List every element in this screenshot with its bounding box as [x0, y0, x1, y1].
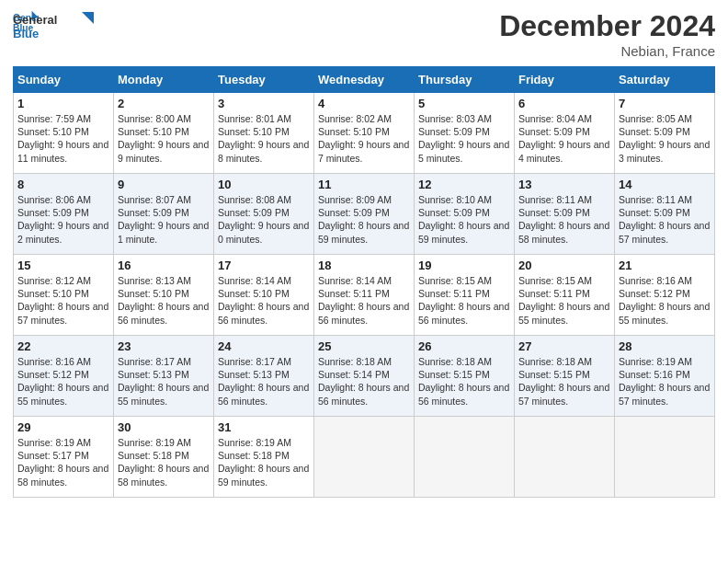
svg-marker-5	[82, 12, 94, 24]
cell-info: Sunrise: 8:19 AMSunset: 5:17 PMDaylight:…	[17, 436, 109, 488]
day-cell: 12Sunrise: 8:10 AMSunset: 5:09 PMDayligh…	[415, 174, 515, 255]
day-number: 17	[218, 259, 310, 272]
day-cell: 21Sunrise: 8:16 AMSunset: 5:12 PMDayligh…	[615, 255, 715, 336]
day-number: 23	[118, 339, 210, 353]
day-cell: 6Sunrise: 8:04 AMSunset: 5:09 PMDaylight…	[515, 93, 615, 174]
cell-info: Sunrise: 8:19 AMSunset: 5:18 PMDaylight:…	[118, 436, 210, 488]
day-cell: 22Sunrise: 8:16 AMSunset: 5:12 PMDayligh…	[14, 336, 114, 417]
day-number: 2	[118, 97, 210, 110]
day-cell: 1Sunrise: 7:59 AMSunset: 5:10 PMDaylight…	[14, 93, 114, 174]
day-number: 30	[118, 420, 210, 434]
week-row-3: 15Sunrise: 8:12 AMSunset: 5:10 PMDayligh…	[14, 255, 715, 336]
day-cell: 27Sunrise: 8:18 AMSunset: 5:15 PMDayligh…	[515, 336, 615, 417]
day-cell: 14Sunrise: 8:11 AMSunset: 5:09 PMDayligh…	[615, 174, 715, 255]
day-number: 3	[218, 97, 310, 110]
day-number: 5	[418, 97, 510, 110]
weekday-header-saturday: Saturday	[615, 67, 715, 93]
day-cell: 11Sunrise: 8:09 AMSunset: 5:09 PMDayligh…	[314, 174, 415, 255]
day-cell: 9Sunrise: 8:07 AMSunset: 5:09 PMDaylight…	[114, 174, 214, 255]
cell-info: Sunrise: 8:19 AMSunset: 5:18 PMDaylight:…	[218, 436, 310, 488]
day-number: 22	[17, 339, 109, 353]
logo-svg: General Blue	[13, 9, 96, 46]
day-number: 19	[418, 259, 510, 272]
header-row: SundayMondayTuesdayWednesdayThursdayFrid…	[14, 67, 715, 93]
cell-info: Sunrise: 8:07 AMSunset: 5:09 PMDaylight:…	[118, 193, 210, 246]
day-cell: 7Sunrise: 8:05 AMSunset: 5:09 PMDaylight…	[615, 93, 715, 174]
day-cell: 28Sunrise: 8:19 AMSunset: 5:16 PMDayligh…	[615, 336, 715, 417]
day-number: 29	[17, 420, 109, 434]
day-number: 15	[17, 259, 109, 272]
day-cell: 8Sunrise: 8:06 AMSunset: 5:09 PMDaylight…	[14, 174, 114, 255]
day-number: 14	[619, 178, 711, 191]
day-cell: 5Sunrise: 8:03 AMSunset: 5:09 PMDaylight…	[415, 93, 515, 174]
cell-info: Sunrise: 8:18 AMSunset: 5:15 PMDaylight:…	[518, 355, 610, 408]
day-number: 24	[218, 339, 310, 353]
cell-info: Sunrise: 8:15 AMSunset: 5:11 PMDaylight:…	[418, 274, 510, 327]
day-number: 26	[418, 339, 510, 353]
day-cell: 26Sunrise: 8:18 AMSunset: 5:15 PMDayligh…	[415, 336, 515, 417]
cell-info: Sunrise: 8:16 AMSunset: 5:12 PMDaylight:…	[17, 355, 109, 408]
cell-info: Sunrise: 8:17 AMSunset: 5:13 PMDaylight:…	[118, 355, 210, 408]
cell-info: Sunrise: 8:18 AMSunset: 5:14 PMDaylight:…	[318, 355, 410, 408]
day-cell: 13Sunrise: 8:11 AMSunset: 5:09 PMDayligh…	[515, 174, 615, 255]
cell-info: Sunrise: 8:09 AMSunset: 5:09 PMDaylight:…	[318, 193, 410, 246]
day-number: 21	[619, 259, 711, 272]
day-number: 6	[518, 97, 610, 110]
day-number: 31	[218, 420, 310, 434]
cell-info: Sunrise: 8:14 AMSunset: 5:11 PMDaylight:…	[318, 274, 410, 327]
cell-info: Sunrise: 8:01 AMSunset: 5:10 PMDaylight:…	[218, 112, 310, 165]
month-title: December 2024	[499, 9, 715, 43]
day-cell: 31Sunrise: 8:19 AMSunset: 5:18 PMDayligh…	[214, 417, 314, 498]
title-area: December 2024 Nebian, France	[499, 9, 715, 59]
weekday-header-friday: Friday	[515, 67, 615, 93]
cell-info: Sunrise: 8:00 AMSunset: 5:10 PMDaylight:…	[118, 112, 210, 165]
cell-info: Sunrise: 8:03 AMSunset: 5:09 PMDaylight:…	[418, 112, 510, 165]
day-number: 11	[318, 178, 410, 191]
cell-info: Sunrise: 8:06 AMSunset: 5:09 PMDaylight:…	[17, 193, 109, 246]
location-subtitle: Nebian, France	[499, 43, 715, 59]
day-cell: 25Sunrise: 8:18 AMSunset: 5:14 PMDayligh…	[314, 336, 415, 417]
week-row-4: 22Sunrise: 8:16 AMSunset: 5:12 PMDayligh…	[14, 336, 715, 417]
day-cell	[515, 417, 615, 498]
day-number: 10	[218, 178, 310, 191]
cell-info: Sunrise: 8:11 AMSunset: 5:09 PMDaylight:…	[619, 193, 711, 246]
day-cell: 3Sunrise: 8:01 AMSunset: 5:10 PMDaylight…	[214, 93, 314, 174]
day-cell: 18Sunrise: 8:14 AMSunset: 5:11 PMDayligh…	[314, 255, 415, 336]
week-row-1: 1Sunrise: 7:59 AMSunset: 5:10 PMDaylight…	[14, 93, 715, 174]
day-number: 7	[619, 97, 711, 110]
cell-info: Sunrise: 8:14 AMSunset: 5:10 PMDaylight:…	[218, 274, 310, 327]
cell-info: Sunrise: 8:08 AMSunset: 5:09 PMDaylight:…	[218, 193, 310, 246]
cell-info: Sunrise: 8:17 AMSunset: 5:13 PMDaylight:…	[218, 355, 310, 408]
svg-text:General: General	[13, 13, 57, 27]
svg-text:Blue: Blue	[13, 27, 39, 40]
day-cell	[615, 417, 715, 498]
day-number: 20	[518, 259, 610, 272]
cell-info: Sunrise: 8:13 AMSunset: 5:10 PMDaylight:…	[118, 274, 210, 327]
day-number: 1	[17, 97, 109, 110]
weekday-header-thursday: Thursday	[415, 67, 515, 93]
day-number: 18	[318, 259, 410, 272]
cell-info: Sunrise: 7:59 AMSunset: 5:10 PMDaylight:…	[17, 112, 109, 165]
weekday-header-sunday: Sunday	[14, 67, 114, 93]
weekday-header-wednesday: Wednesday	[314, 67, 415, 93]
day-cell	[314, 417, 415, 498]
logo-text-block: General Blue	[13, 9, 96, 50]
day-cell: 4Sunrise: 8:02 AMSunset: 5:10 PMDaylight…	[314, 93, 415, 174]
day-cell: 23Sunrise: 8:17 AMSunset: 5:13 PMDayligh…	[114, 336, 214, 417]
cell-info: Sunrise: 8:12 AMSunset: 5:10 PMDaylight:…	[17, 274, 109, 327]
cell-info: Sunrise: 8:02 AMSunset: 5:10 PMDaylight:…	[318, 112, 410, 165]
day-cell: 20Sunrise: 8:15 AMSunset: 5:11 PMDayligh…	[515, 255, 615, 336]
weekday-header-monday: Monday	[114, 67, 214, 93]
week-row-2: 8Sunrise: 8:06 AMSunset: 5:09 PMDaylight…	[14, 174, 715, 255]
day-number: 28	[619, 339, 711, 353]
day-number: 4	[318, 97, 410, 110]
day-number: 12	[418, 178, 510, 191]
day-number: 27	[518, 339, 610, 353]
week-row-5: 29Sunrise: 8:19 AMSunset: 5:17 PMDayligh…	[14, 417, 715, 498]
cell-info: Sunrise: 8:11 AMSunset: 5:09 PMDaylight:…	[518, 193, 610, 246]
day-number: 13	[518, 178, 610, 191]
day-number: 8	[17, 178, 109, 191]
cell-info: Sunrise: 8:16 AMSunset: 5:12 PMDaylight:…	[619, 274, 711, 327]
day-cell	[415, 417, 515, 498]
day-cell: 19Sunrise: 8:15 AMSunset: 5:11 PMDayligh…	[415, 255, 515, 336]
